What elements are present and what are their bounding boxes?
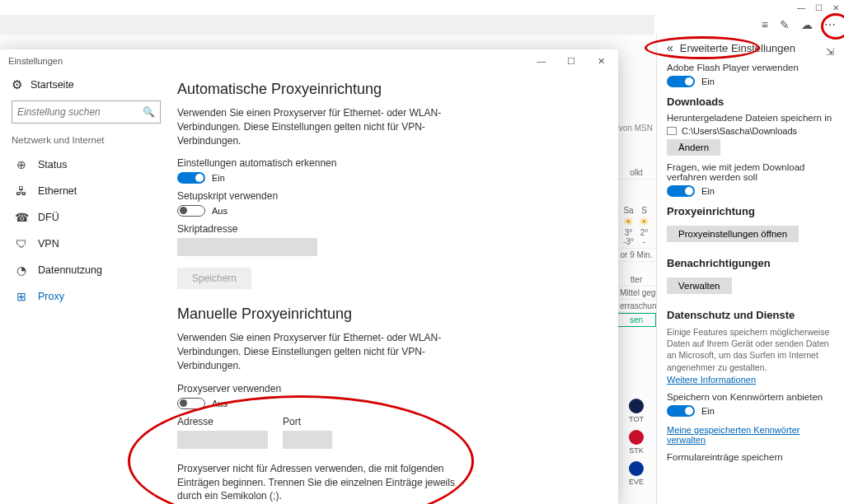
settings-nav: ⚙ Startseite 🔍 Netzwerk und Internet ⊕St… <box>0 72 169 504</box>
script-address-label: Skriptadresse <box>177 223 602 235</box>
weather-cloudy: olkt <box>617 166 656 180</box>
nav-dfu[interactable]: ☎DFÜ <box>12 204 161 231</box>
browser-minimize[interactable]: — <box>797 3 805 12</box>
pin-icon[interactable]: ⇲ <box>826 46 834 58</box>
browser-toolbar: ≡ ✎ ☁ ⋯ <box>654 15 844 35</box>
temp-lo: -3° <box>623 237 634 246</box>
news-line: tter <box>617 273 656 287</box>
manual-proxy-heading: Manuelle Proxyeinrichtung <box>177 306 602 323</box>
nav-vpn[interactable]: 🛡VPN <box>12 231 161 257</box>
settings-section-label: Netzwerk und Internet <box>12 135 161 145</box>
ask-each-download-label: Fragen, wie mit jedem Download verfahren… <box>667 162 834 182</box>
settings-search-input[interactable] <box>17 106 143 118</box>
more-menu-icon[interactable]: ⋯ <box>824 18 836 31</box>
proxy-port-label: Port <box>283 416 332 427</box>
news-button[interactable]: sen <box>617 313 656 327</box>
nav-ethernet[interactable]: 🖧Ethernet <box>12 178 161 204</box>
edge-panel-header[interactable]: « Erweiterte Einstellungen <box>667 41 795 54</box>
proxy-address-label: Adresse <box>177 416 268 427</box>
windows-settings-window: Einstellungen — ☐ ✕ ⚙ Startseite 🔍 Netzw… <box>0 49 618 504</box>
edge-advanced-settings-panel: « Erweiterte Einstellungen ⇲ Adobe Flash… <box>656 35 844 504</box>
news-line: erraschungen. <box>617 300 656 313</box>
browser-maximize[interactable]: ☐ <box>815 3 823 12</box>
auto-detect-label: Einstellungen automatisch erkennen <box>177 157 602 169</box>
change-download-folder-button[interactable]: Ändern <box>667 139 720 156</box>
team-eve: EVE <box>617 458 656 489</box>
manage-passwords-link[interactable]: Meine gespeicherten Kennwörter verwalten <box>667 425 834 445</box>
privacy-heading: Datenschutz und Dienste <box>667 309 834 321</box>
settings-search-box[interactable]: 🔍 <box>12 100 161 124</box>
auto-proxy-heading: Automatische Proxyeinrichtung <box>177 81 602 98</box>
ask-each-download-toggle[interactable] <box>667 185 695 197</box>
nav-vpn-label: VPN <box>38 238 59 250</box>
downloads-heading: Downloads <box>667 96 834 108</box>
settings-home-button[interactable]: ⚙ Startseite <box>12 77 161 92</box>
downloads-path-label: Heruntergeladene Dateien speichern in <box>667 113 834 123</box>
data-usage-icon: ◔ <box>15 264 28 277</box>
hub-icon[interactable]: ≡ <box>762 18 768 31</box>
downloads-path-row: C:\Users\Sascha\Downloads <box>667 126 834 136</box>
nav-proxy[interactable]: ⊞Proxy <box>12 283 161 310</box>
temp-hi2: 2° <box>639 228 649 237</box>
team-tot: TOT <box>617 395 656 427</box>
vpn-icon: 🛡 <box>15 237 28 250</box>
sun-icon: ☀ <box>623 215 634 228</box>
use-proxy-state: Aus <box>212 399 227 408</box>
settings-window-title: Einstellungen <box>8 56 63 66</box>
browser-close[interactable]: ✕ <box>832 3 839 12</box>
weather-updated: or 9 Min. <box>617 249 656 262</box>
settings-maximize-button[interactable]: ☐ <box>557 53 585 70</box>
flash-state: Ein <box>701 77 715 86</box>
nav-status[interactable]: ⊕Status <box>12 152 161 178</box>
home-label: Startseite <box>30 79 74 91</box>
manual-proxy-description: Verwenden Sie einen Proxyserver für Ethe… <box>177 331 457 372</box>
save-passwords-toggle[interactable] <box>667 405 695 417</box>
setup-script-toggle[interactable] <box>177 205 205 217</box>
downloads-path: C:\Users\Sascha\Downloads <box>682 126 797 136</box>
search-icon: 🔍 <box>143 106 155 118</box>
settings-close-button[interactable]: ✕ <box>587 53 615 70</box>
notifications-heading: Benachrichtigungen <box>667 257 834 269</box>
save-passwords-state: Ein <box>701 406 715 416</box>
ethernet-icon: 🖧 <box>15 184 28 198</box>
browser-window-controls: — ☐ ✕ <box>0 0 844 15</box>
use-proxy-label: Proxyserver verwenden <box>177 383 602 394</box>
script-address-input[interactable] <box>177 238 317 256</box>
proxy-icon: ⊞ <box>15 290 28 303</box>
flash-label: Adobe Flash Player verwenden <box>667 63 834 72</box>
sun-icon: ☀ <box>639 215 649 228</box>
settings-minimize-button[interactable]: — <box>528 53 556 70</box>
sports-widget: TOT STK EVE <box>617 395 656 489</box>
proxy-address-input[interactable] <box>177 431 268 449</box>
temp-hi: 3° <box>623 228 634 237</box>
auto-detect-state: Ein <box>212 173 225 183</box>
ask-each-download-state: Ein <box>701 186 715 196</box>
manage-notifications-button[interactable]: Verwalten <box>667 278 732 294</box>
news-line: Mittel gegen <box>617 287 656 300</box>
folder-icon <box>667 127 677 135</box>
nav-data-usage[interactable]: ◔Datennutzung <box>12 257 161 283</box>
nav-dfu-label: DFÜ <box>38 212 59 223</box>
nav-status-label: Status <box>38 159 67 170</box>
temp-lo2: - <box>639 237 649 246</box>
privacy-description: Einige Features speichern möglicherweise… <box>667 326 834 373</box>
auto-detect-toggle[interactable] <box>177 172 205 184</box>
nav-proxy-label: Proxy <box>38 291 64 302</box>
proxy-port-input[interactable] <box>283 431 332 449</box>
privacy-more-info-link[interactable]: Weitere Informationen <box>667 375 756 385</box>
proxy-exclude-label: Proxyserver nicht für Adressen verwenden… <box>177 462 457 503</box>
weather-day-sa: Sa <box>623 206 634 215</box>
annotate-icon[interactable]: ✎ <box>780 18 790 31</box>
share-icon[interactable]: ☁ <box>801 18 813 31</box>
weather-day-so: S <box>639 206 649 215</box>
use-proxy-toggle[interactable] <box>177 398 205 409</box>
save-auto-button: Speichern <box>177 268 251 289</box>
nav-ethernet-label: Ethernet <box>38 185 77 197</box>
flash-toggle[interactable] <box>667 76 695 87</box>
back-icon[interactable]: « <box>667 41 673 54</box>
status-icon: ⊕ <box>15 158 28 171</box>
settings-content: Automatische Proxyeinrichtung Verwenden … <box>169 72 618 504</box>
save-passwords-label: Speichern von Kennwörtern anbieten <box>667 392 834 402</box>
settings-titlebar: Einstellungen — ☐ ✕ <box>0 49 618 72</box>
open-proxy-settings-button[interactable]: Proxyeinstellungen öffnen <box>667 226 799 242</box>
